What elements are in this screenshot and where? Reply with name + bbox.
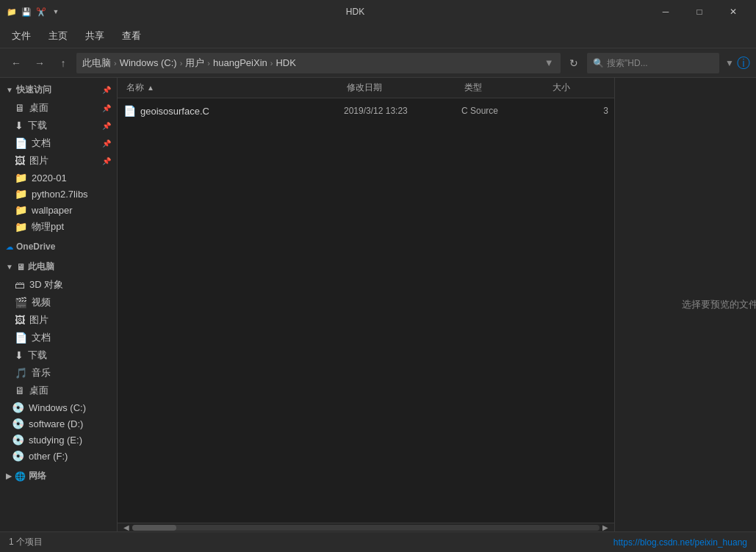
sidebar-item-documents[interactable]: 📄 文档 📌	[0, 134, 117, 152]
close-button[interactable]: ✕	[716, 0, 750, 23]
this-pc-chevron: ▼	[6, 263, 13, 271]
file-name-cell: 📄 geoisosurface.C	[123, 105, 344, 117]
items-count: 1 个项目	[9, 536, 43, 548]
sidebar-item-pictures[interactable]: 🖼 图片 📌	[0, 152, 117, 170]
desktop-pc-icon: 🖥	[15, 385, 25, 396]
drive-d[interactable]: 💿 software (D:)	[0, 415, 117, 432]
col-header-type[interactable]: 类型	[461, 81, 550, 94]
horizontal-scrollbar[interactable]	[132, 525, 600, 531]
sidebar-item-desktop[interactable]: 🖥 桌面 📌	[0, 99, 117, 117]
drive-e[interactable]: 💿 studying (E:)	[0, 432, 117, 448]
breadcrumb-this-pc[interactable]: 此电脑	[82, 57, 111, 70]
col-header-name[interactable]: 名称 ▲	[123, 81, 344, 94]
sidebar-item-3d-objects[interactable]: 🗃 3D 对象	[0, 276, 117, 294]
sort-arrow: ▲	[147, 84, 154, 92]
download-icon: ⬇	[15, 120, 24, 131]
file-size: 3	[550, 106, 608, 116]
file-date: 2019/3/12 13:23	[344, 106, 461, 116]
scrollbar-thumb	[132, 525, 176, 531]
folder-wallpaper-icon: 📁	[15, 204, 27, 216]
folder-icon: 📁	[6, 6, 18, 18]
drive-c[interactable]: 💿 Windows (C:)	[0, 399, 117, 415]
documents-icon: 📄	[15, 137, 27, 149]
network-header[interactable]: ▶ 🌐 网络	[0, 467, 117, 485]
sidebar-item-downloads[interactable]: ⬇ 下载 📌	[0, 117, 117, 134]
col-header-modified[interactable]: 修改日期	[344, 81, 461, 94]
menu-file[interactable]: 文件	[3, 26, 40, 46]
music-icon: 🎵	[15, 367, 27, 379]
search-input[interactable]	[607, 58, 717, 68]
search-bar[interactable]: 🔍	[587, 53, 719, 73]
quick-access-dropdown[interactable]: ▼	[50, 6, 62, 18]
nav-bar: ← → ↑ 此电脑 › Windows (C:) › 用户 › huangPei…	[0, 48, 756, 78]
breadcrumb-username[interactable]: huangPeiXin	[213, 57, 267, 68]
onedrive-chevron: ☁	[6, 243, 13, 251]
sidebar-item-desktop-pc[interactable]: 🖥 桌面	[0, 382, 117, 399]
scrollbar-row[interactable]: ◀ ▶	[118, 523, 614, 531]
quick-access-label: 快速访问	[16, 84, 51, 96]
title-bar: 📁 💾 ✂️ ▼ HDK ─ □ ✕	[0, 0, 756, 23]
search-icon: 🔍	[593, 58, 604, 68]
pin-icon: 📌	[102, 104, 111, 112]
refresh-button[interactable]: ↻	[564, 53, 584, 73]
this-pc-icon: 🖥	[16, 262, 25, 272]
drive-f-icon: 💿	[12, 450, 24, 462]
menu-share[interactable]: 共享	[76, 26, 113, 46]
sidebar-item-physics-ppt[interactable]: 📁 物理ppt	[0, 218, 117, 236]
sidebar-item-pictures-pc[interactable]: 🖼 图片	[0, 311, 117, 329]
sidebar-item-music[interactable]: 🎵 音乐	[0, 364, 117, 382]
col-header-size[interactable]: 大小	[550, 81, 608, 94]
pictures-pc-icon: 🖼	[15, 314, 25, 326]
scroll-right-button[interactable]: ▶	[600, 523, 611, 531]
help-area: ▼ ⓘ	[725, 54, 750, 72]
address-dropdown-arrow[interactable]: ▼	[543, 57, 555, 68]
documents-pc-icon: 📄	[15, 332, 27, 344]
folder-2020-icon: 📁	[15, 172, 27, 184]
pin-icon-downloads: 📌	[102, 122, 111, 130]
breadcrumb-users[interactable]: 用户	[185, 57, 204, 70]
sidebar-item-downloads-pc[interactable]: ⬇ 下载	[0, 346, 117, 364]
network-icon: 🌐	[15, 471, 26, 482]
save-icon: 💾	[21, 6, 32, 18]
desktop-icon: 🖥	[15, 102, 25, 114]
onedrive-header[interactable]: ☁ OneDrive	[0, 239, 117, 255]
this-pc-header[interactable]: ▼ 🖥 此电脑	[0, 258, 117, 276]
menu-view[interactable]: 查看	[113, 26, 150, 46]
title-bar-icons: 📁 💾 ✂️ ▼	[6, 6, 62, 18]
maximize-button[interactable]: □	[683, 0, 716, 23]
video-icon: 🎬	[15, 297, 27, 308]
breadcrumb-hdk[interactable]: HDK	[276, 57, 295, 68]
sidebar-item-2020-01[interactable]: 📁 2020-01	[0, 170, 117, 186]
menu-bar: 文件 主页 共享 查看	[0, 23, 756, 48]
column-headers: 名称 ▲ 修改日期 类型 大小	[118, 78, 614, 98]
quick-access-pin-icon: 📌	[102, 86, 111, 94]
folder-physics-icon: 📁	[15, 221, 27, 233]
forward-button[interactable]: →	[29, 53, 50, 73]
preview-text: 选择要预览的文件。	[682, 298, 756, 311]
sidebar-item-videos[interactable]: 🎬 视频	[0, 294, 117, 311]
file-list: 📄 geoisosurface.C 2019/3/12 13:23 C Sour…	[118, 98, 614, 523]
drive-f[interactable]: 💿 other (F:)	[0, 448, 117, 464]
info-icon[interactable]: ⓘ	[737, 54, 750, 72]
pin-icon-docs: 📌	[102, 139, 111, 148]
window-title: HDK	[66, 7, 644, 17]
file-row[interactable]: 📄 geoisosurface.C 2019/3/12 13:23 C Sour…	[118, 101, 614, 120]
address-bar[interactable]: 此电脑 › Windows (C:) › 用户 › huangPeiXin › …	[76, 53, 561, 73]
scroll-left-button[interactable]: ◀	[120, 523, 132, 531]
pin-icon-pics: 📌	[102, 157, 111, 165]
back-button[interactable]: ←	[6, 53, 26, 73]
quick-access-header[interactable]: ▼ 快速访问 📌	[0, 81, 117, 99]
cut-icon: ✂️	[35, 6, 47, 18]
minimize-button[interactable]: ─	[649, 0, 683, 23]
sidebar-item-wallpaper[interactable]: 📁 wallpaper	[0, 202, 117, 218]
sidebar-item-documents-pc[interactable]: 📄 文档	[0, 329, 117, 346]
status-bar: 1 个项目 https://blog.csdn.net/peixin_huang	[0, 531, 756, 552]
up-button[interactable]: ↑	[53, 53, 73, 73]
sidebar: ▼ 快速访问 📌 🖥 桌面 📌 ⬇ 下载 📌 📄 文档 📌 🖼 图片 📌 📁 2…	[0, 78, 118, 531]
menu-home[interactable]: 主页	[40, 26, 76, 46]
pictures-icon: 🖼	[15, 155, 25, 167]
drive-e-icon: 💿	[12, 434, 24, 446]
breadcrumb-c-drive[interactable]: Windows (C:)	[120, 57, 177, 68]
sidebar-item-python-libs[interactable]: 📁 python2.7libs	[0, 186, 117, 202]
folder-python-icon: 📁	[15, 188, 27, 200]
